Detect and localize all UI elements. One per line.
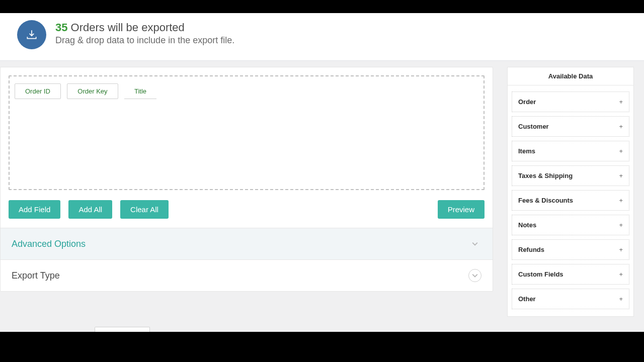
data-group-label: Order [518,98,536,106]
data-group-label: Fees & Discounts [518,197,573,204]
field-chip[interactable]: Title [124,84,156,99]
export-header: 35 Orders will be exported Drag & drop d… [0,13,644,61]
plus-icon: + [619,123,623,130]
preview-button[interactable]: Preview [438,200,485,219]
available-data-panel: Available Data Order+ Customer+ Items+ T… [507,67,634,317]
data-group-label: Custom Fields [518,270,564,278]
add-field-button[interactable]: Add Field [9,200,60,219]
plus-icon: + [619,270,623,278]
plus-icon: + [619,221,623,229]
export-count: 35 [55,21,67,34]
plus-icon: + [619,172,623,179]
data-group-label: Other [518,295,536,303]
fields-panel: Order ID Order Key Title Add Field Add A… [0,67,493,292]
page-title: 35 Orders will be exported [55,21,234,34]
plus-icon: + [619,98,623,106]
export-icon [17,20,46,49]
field-chip[interactable]: Order ID [15,83,61,99]
data-group-label: Refunds [518,246,544,253]
data-group-fees-discounts[interactable]: Fees & Discounts+ [512,190,629,211]
data-group-notes[interactable]: Notes+ [512,215,629,235]
add-all-button[interactable]: Add All [68,200,112,219]
data-group-taxes-shipping[interactable]: Taxes & Shipping+ [512,165,629,186]
data-group-order[interactable]: Order+ [512,92,629,112]
fields-dropzone[interactable]: Order ID Order Key Title [9,75,485,190]
button-row: Add Field Add All Clear All Preview [1,190,493,228]
data-group-custom-fields[interactable]: Custom Fields+ [512,264,629,285]
plus-icon: + [619,147,623,155]
data-group-label: Customer [518,123,549,130]
chevron-down-icon [468,237,481,250]
data-group-label: Items [518,147,535,155]
export-type-label: Export Type [12,270,60,281]
advanced-options-section[interactable]: Advanced Options [1,228,493,259]
clear-all-button[interactable]: Clear All [120,200,169,219]
available-data-title: Available Data [508,67,633,85]
data-group-label: Notes [518,221,536,229]
title-rest: Orders will be exported [67,21,184,34]
data-group-items[interactable]: Items+ [512,141,629,161]
plus-icon: + [619,295,623,303]
header-text: 35 Orders will be exported Drag & drop d… [55,20,234,46]
data-group-customer[interactable]: Customer+ [512,116,629,137]
data-group-label: Taxes & Shipping [518,172,573,179]
data-group-refunds[interactable]: Refunds+ [512,239,629,260]
letterbox-top [0,0,644,13]
plus-icon: + [619,246,623,253]
advanced-options-label: Advanced Options [12,239,86,249]
page-subtitle: Drag & drop data to include in the expor… [55,35,234,46]
chevron-down-icon [468,269,481,282]
letterbox-bottom [0,332,644,362]
data-group-other[interactable]: Other+ [512,289,629,309]
plus-icon: + [619,197,623,204]
export-type-section[interactable]: Export Type [1,259,493,291]
field-chip[interactable]: Order Key [67,83,118,99]
available-data-list: Order+ Customer+ Items+ Taxes & Shipping… [508,85,633,316]
